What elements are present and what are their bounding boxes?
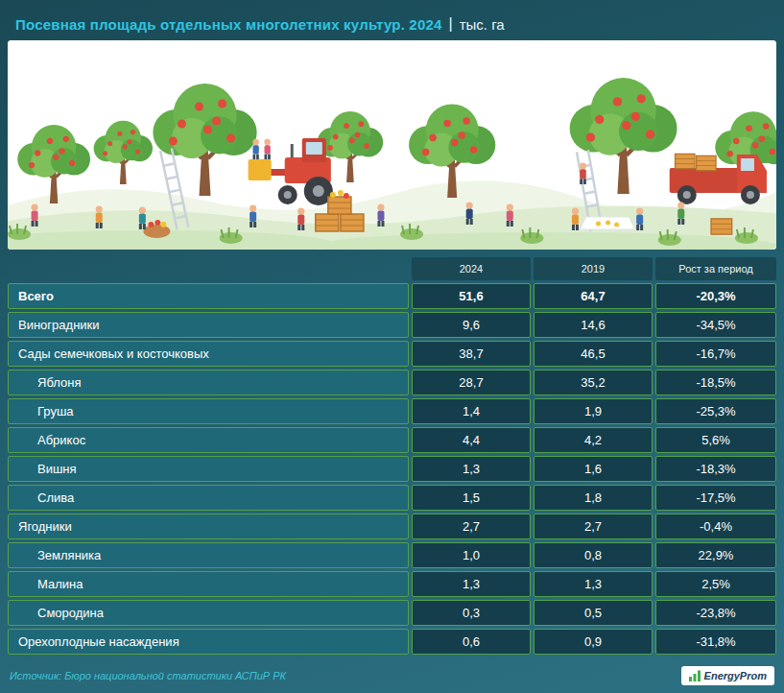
value-growth: -31,8%: [655, 629, 776, 655]
logo-bars-icon: [689, 670, 701, 681]
value-2024: 4,4: [412, 427, 531, 453]
row-label: Орехоплодные насаждения: [8, 629, 409, 655]
value-2019: 1,6: [534, 456, 653, 482]
value-growth: -25,3%: [655, 398, 776, 424]
value-2019: 0,8: [534, 542, 653, 568]
infographic-page: Посевная площадь отдельных многолетних к…: [0, 0, 784, 693]
value-2019: 46,5: [534, 341, 653, 367]
page-title: Посевная площадь отдельных многолетних к…: [8, 8, 776, 40]
logo-text: EnergyProm: [704, 670, 767, 681]
value-growth: -0,4%: [655, 514, 776, 539]
value-growth: -16,7%: [655, 341, 776, 367]
value-2024: 1,0: [412, 542, 531, 568]
value-2019: 1,8: [534, 485, 653, 511]
orchard-illustration-svg: [8, 40, 776, 250]
row-label: Слива: [8, 485, 409, 511]
value-growth: 22,9%: [655, 542, 776, 568]
value-2024: 9,6: [412, 312, 531, 338]
value-2024: 1,3: [412, 456, 531, 482]
row-label: Ягодники: [8, 514, 409, 539]
value-growth: -18,5%: [655, 370, 776, 395]
value-2019: 2,7: [534, 514, 653, 539]
header-2024: 2024: [412, 257, 531, 280]
source-text: Источник: Бюро национальной статистики А…: [10, 670, 286, 681]
value-2019: 1,3: [534, 571, 653, 597]
row-label: Земляника: [8, 542, 409, 568]
row-label: Малина: [8, 571, 409, 597]
row-label: Виноградники: [8, 312, 409, 338]
row-label: Яблоня: [8, 370, 409, 395]
orchard-illustration: [8, 40, 776, 250]
title-separator: |: [449, 15, 453, 33]
value-growth: -23,8%: [655, 600, 776, 626]
value-growth: -18,3%: [655, 456, 776, 482]
row-label: Сады семечковых и косточковых: [8, 341, 409, 367]
value-growth: 5,6%: [655, 427, 776, 453]
value-2024: 0,3: [412, 600, 531, 626]
row-label: Всего: [8, 283, 409, 309]
value-2024: 1,4: [412, 398, 531, 424]
value-2024: 0,6: [412, 629, 531, 655]
value-growth: -17,5%: [655, 485, 776, 511]
row-label: Абрикос: [8, 427, 409, 453]
value-2024: 1,3: [412, 571, 531, 597]
header-2019: 2019: [534, 257, 653, 280]
row-label: Вишня: [8, 456, 409, 482]
header-growth: Рост за период: [655, 257, 776, 280]
row-label: Груша: [8, 398, 409, 424]
value-2019: 4,2: [534, 427, 653, 453]
value-2019: 0,9: [534, 629, 653, 655]
value-2024: 38,7: [412, 341, 531, 367]
value-2019: 14,6: [534, 312, 653, 338]
data-table: 2024 2019 Рост за период Всего51,664,7-2…: [8, 257, 776, 655]
value-2024: 1,5: [412, 485, 531, 511]
value-2019: 64,7: [534, 283, 653, 309]
row-label: Смородина: [8, 600, 409, 626]
value-2024: 2,7: [412, 514, 531, 539]
energyprom-logo: EnergyProm: [681, 666, 774, 685]
footer: Источник: Бюро национальной статистики А…: [8, 662, 776, 685]
value-2024: 28,7: [412, 370, 531, 395]
value-2024: 51,6: [412, 283, 531, 309]
value-2019: 1,9: [534, 398, 653, 424]
title-main: Посевная площадь отдельных многолетних к…: [15, 16, 442, 33]
value-growth: -20,3%: [655, 283, 776, 309]
header-label-spacer: [8, 257, 409, 280]
value-2019: 35,2: [534, 370, 653, 395]
value-growth: 2,5%: [655, 571, 776, 597]
title-unit: тыс. га: [460, 16, 505, 33]
value-2019: 0,5: [534, 600, 653, 626]
value-growth: -34,5%: [655, 312, 776, 338]
